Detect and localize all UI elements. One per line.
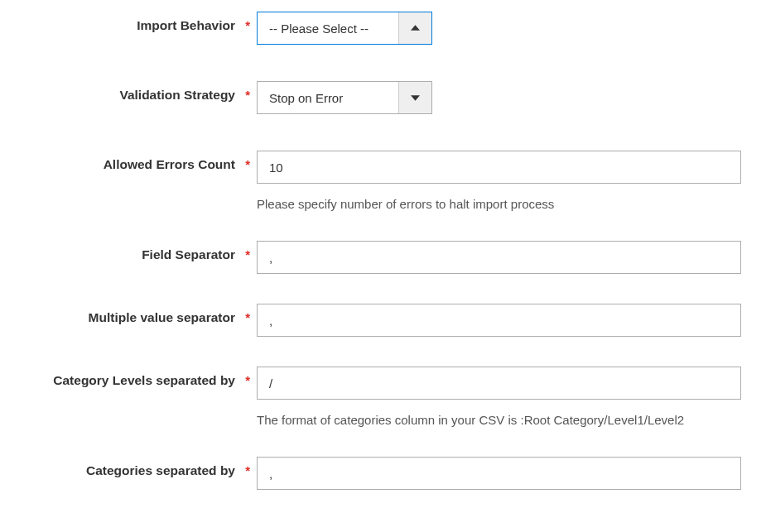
category-levels-label: Category Levels separated by <box>53 373 235 387</box>
categories-sep-label: Categories separated by <box>86 463 235 477</box>
control-col <box>257 237 741 274</box>
control-col: The format of categories column in your … <box>257 363 741 427</box>
category-levels-hint: The format of categories column in your … <box>257 413 741 427</box>
control-col: Stop on Error <box>257 78 741 114</box>
chevron-down-icon <box>398 82 431 113</box>
allowed-errors-label: Allowed Errors Count <box>104 157 235 171</box>
required-asterisk: * <box>245 88 250 102</box>
control-col <box>257 453 741 490</box>
label-col: Category Levels separated by * <box>12 363 257 388</box>
required-asterisk: * <box>245 373 250 387</box>
row-category-levels: Category Levels separated by * The forma… <box>12 363 754 427</box>
select-value: -- Please Select -- <box>258 12 398 44</box>
allowed-errors-input[interactable] <box>257 151 741 184</box>
multi-separator-label: Multiple value separator <box>89 310 235 324</box>
required-asterisk: * <box>245 247 250 261</box>
import-behavior-select[interactable]: -- Please Select -- <box>257 12 432 45</box>
row-categories-sep: Categories separated by * <box>12 453 754 490</box>
validation-strategy-label: Validation Strategy <box>119 88 235 102</box>
validation-strategy-select[interactable]: Stop on Error <box>257 81 432 114</box>
select-value: Stop on Error <box>258 82 398 113</box>
categories-sep-input[interactable] <box>257 457 741 490</box>
import-behavior-label: Import Behavior <box>137 18 235 32</box>
field-separator-label: Field Separator <box>142 247 235 261</box>
label-col: Multiple value separator * <box>12 300 257 325</box>
field-separator-input[interactable] <box>257 241 741 274</box>
row-field-separator: Field Separator * <box>12 237 754 274</box>
label-col: Categories separated by * <box>12 453 257 478</box>
label-col: Field Separator * <box>12 237 257 262</box>
row-validation-strategy: Validation Strategy * Stop on Error <box>12 78 754 114</box>
chevron-up-icon <box>398 12 431 44</box>
label-col: Allowed Errors Count * <box>12 147 257 172</box>
row-import-behavior: Import Behavior * -- Please Select -- <box>12 8 754 45</box>
row-multi-separator: Multiple value separator * <box>12 300 754 337</box>
required-asterisk: * <box>245 157 250 171</box>
control-col: Please specify number of errors to halt … <box>257 147 741 211</box>
required-asterisk: * <box>245 310 250 324</box>
allowed-errors-hint: Please specify number of errors to halt … <box>257 197 741 211</box>
control-col: -- Please Select -- <box>257 8 741 45</box>
label-col: Import Behavior * <box>12 8 257 33</box>
label-col: Validation Strategy * <box>12 78 257 103</box>
required-asterisk: * <box>245 18 250 32</box>
control-col <box>257 300 741 337</box>
multi-separator-input[interactable] <box>257 304 741 337</box>
required-asterisk: * <box>245 463 250 477</box>
row-allowed-errors: Allowed Errors Count * Please specify nu… <box>12 147 754 211</box>
category-levels-input[interactable] <box>257 367 741 400</box>
